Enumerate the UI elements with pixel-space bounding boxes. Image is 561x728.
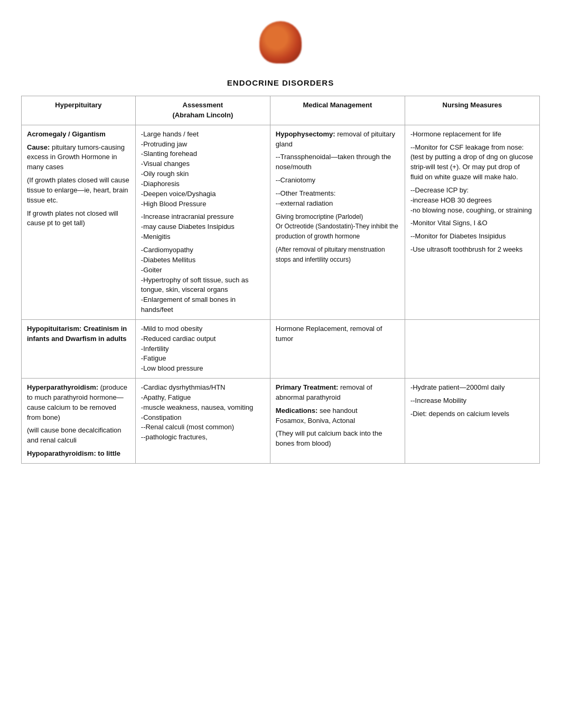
endocrine-table: Hyperpituitary Assessment(Abraham Lincol… [21,96,540,464]
row2-col3: Hormone Replacement, removal of tumor [270,319,405,378]
hypopituitarism-title: Hypopituitarism: Creatinism in infants a… [27,325,127,343]
header-col1: Hyperpituitary [22,96,136,125]
row2-col2: -Mild to mod obesity -Reduced cardiac ou… [135,319,270,378]
medications-label: Medications: [276,407,317,414]
row3-col1: Hyperparathyroidism: (produce to much pa… [22,379,136,464]
hypoparathyroidism-title: Hypoparathyroidism: to little [27,449,120,457]
header-col3-text: Medical Management [303,101,372,109]
after-removal-text: (After removal of pituitary menstruation… [276,246,385,263]
hyperparathyroidism-title: Hyperparathyroidism: [27,383,98,391]
row3-col4: -Hydrate patient—2000ml daily --Increase… [405,379,539,464]
bromocriptine-text: Giving bromocriptine (Parlodel) Or Octre… [276,213,398,241]
row2-col4 [405,319,539,378]
cause-label: Cause: [27,143,50,151]
logo-image [259,21,302,63]
header-col2-text: Assessment(Abraham Lincoln) [172,101,233,119]
row2-col1: Hypopituitarism: Creatinism in infants a… [22,319,136,378]
page: ENDOCRINE DISORDERS Hyperpituitary Asses… [0,0,561,480]
page-title: ENDOCRINE DISORDERS [21,78,540,87]
row1-col2: -Large hands / feet -Protruding jaw -Sla… [135,125,270,319]
table-row: Hypopituitarism: Creatinism in infants a… [22,319,540,378]
row1-col1: Acromegaly / Gigantism Cause: pituitary … [22,125,136,319]
header-col4-text: Nursing Measures [443,101,502,109]
row3-col3: Primary Treatment: removal of abnormal p… [270,379,405,464]
table-row: Hyperparathyroidism: (produce to much pa… [22,379,540,464]
row1-col3: Hypophysectomy: removal of pituitary gla… [270,125,405,319]
row3-col2: -Cardiac dysrhythmias/HTN -Apathy, Fatig… [135,379,270,464]
row1-col4: -Hormone replacement for life --Monitor … [405,125,539,319]
table-row: Acromegaly / Gigantism Cause: pituitary … [22,125,540,319]
acromegaly-title: Acromegaly / Gigantism [27,130,106,138]
primary-treatment-label: Primary Treatment: [276,383,339,391]
header-col3: Medical Management [270,96,405,125]
header-col4: Nursing Measures [405,96,539,125]
hypophysectomy-label: Hypophysectomy: [276,130,335,138]
header-col2: Assessment(Abraham Lincoln) [135,96,270,125]
header-col1-text: Hyperpituitary [55,101,101,109]
logo-area [21,16,540,69]
